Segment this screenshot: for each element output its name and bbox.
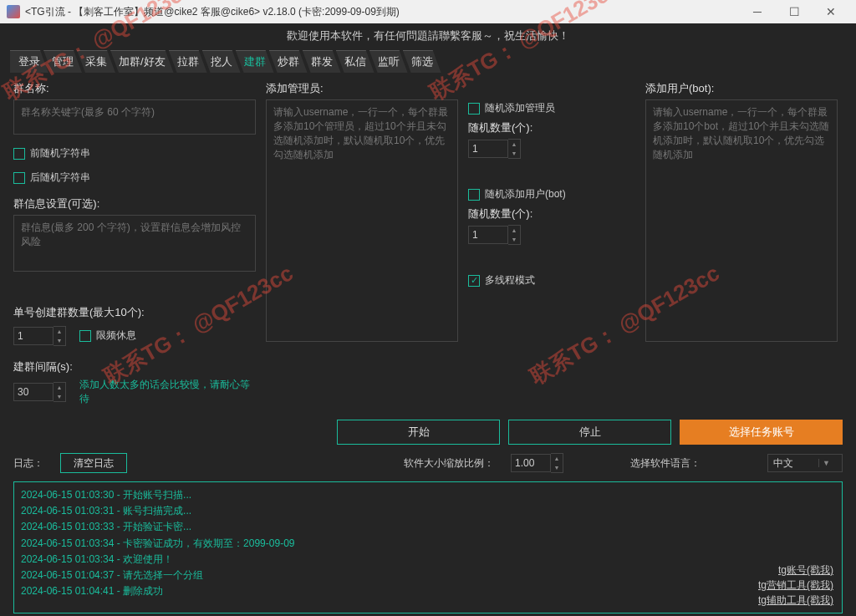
tab-2[interactable]: 采集 (77, 50, 115, 73)
rand-count-input-2[interactable] (468, 226, 508, 244)
group-name-input[interactable] (13, 99, 256, 135)
tab-0[interactable]: 登录 (10, 50, 48, 73)
bot-label: 添加用户(bot): (645, 81, 838, 96)
log-line: 2024-06-15 01:03:31 - 账号扫描完成... (21, 503, 835, 519)
log-line: 2024-06-15 01:03:34 - 欢迎使用！ (21, 552, 835, 568)
log-line: 2024-06-15 01:03:30 - 开始账号扫描... (21, 487, 835, 503)
log-line: 2024-06-15 01:04:41 - 删除成功 (21, 583, 835, 599)
tab-5[interactable]: 挖人 (202, 50, 241, 73)
lang-value[interactable] (768, 457, 818, 469)
log-link[interactable]: tg辅助工具(戳我) (758, 593, 833, 608)
stop-button[interactable]: 停止 (508, 420, 671, 445)
up-arrow-icon[interactable]: ▲ (54, 327, 65, 336)
log-box: 2024-06-15 01:03:30 - 开始账号扫描...2024-06-1… (13, 481, 843, 613)
checkbox-suffix-random[interactable]: 后随机字符串 (13, 171, 256, 185)
tab-1[interactable]: 管理 (43, 50, 82, 73)
up-arrow-icon[interactable]: ▲ (508, 140, 520, 149)
welcome-text: 歡迎使用本软件，有任何問題請聯繫客服～，祝生活愉快！ (0, 23, 856, 47)
group-name-label: 群名称: (13, 81, 256, 96)
rand-count-input-1[interactable] (468, 140, 508, 158)
rand-count-spinner-2[interactable]: ▲▼ (468, 225, 635, 245)
down-arrow-icon[interactable]: ▼ (508, 235, 520, 244)
down-arrow-icon[interactable]: ▼ (54, 392, 65, 401)
checkbox-random-admin[interactable]: 随机添加管理员 (468, 101, 635, 115)
clear-log-button[interactable]: 清空日志 (60, 453, 127, 473)
lang-label: 选择软件语言： (630, 456, 701, 471)
interval-input[interactable] (13, 383, 54, 401)
bot-input[interactable] (645, 99, 838, 342)
single-count-spinner[interactable]: ▲▼ (13, 326, 66, 346)
up-arrow-icon[interactable]: ▲ (508, 226, 520, 235)
tab-9[interactable]: 私信 (336, 50, 374, 73)
select-account-button[interactable]: 选择任务账号 (680, 420, 843, 445)
titlebar: <TG引流 - 【刺客工作室】频道@cike2 客服@cike6> v2.18.… (0, 0, 856, 23)
group-info-label: 群信息设置(可选): (13, 196, 256, 211)
down-arrow-icon[interactable]: ▼ (551, 463, 563, 472)
interval-hint: 添加人数太多的话会比较慢，请耐心等待 (79, 378, 256, 406)
tab-6[interactable]: 建群 (236, 50, 274, 73)
tab-11[interactable]: 筛选 (403, 50, 441, 73)
tab-bar: 登录管理采集加群/好友拉群挖人建群炒群群发私信监听筛选 (0, 47, 856, 73)
minimize-button[interactable]: ─ (739, 0, 776, 23)
checkbox-prefix-random[interactable]: 前随机字符串 (13, 146, 256, 160)
down-arrow-icon[interactable]: ▼ (508, 149, 520, 158)
checkbox-rate-limit-rest[interactable]: 限频休息 (79, 328, 136, 343)
start-button[interactable]: 开始 (337, 420, 500, 445)
log-line: 2024-06-15 01:03:33 - 开始验证卡密... (21, 519, 835, 535)
lang-select[interactable]: ▼ (767, 454, 843, 472)
group-info-input[interactable] (13, 215, 256, 272)
maximize-button[interactable]: ☐ (776, 0, 813, 23)
log-link[interactable]: tg账号(戳我) (758, 563, 833, 578)
up-arrow-icon[interactable]: ▲ (551, 454, 563, 463)
rand-count-label-2: 随机数量(个): (468, 206, 635, 221)
log-label: 日志： (13, 456, 43, 471)
log-line: 2024-06-15 01:03:34 - 卡密验证成功，有效期至：2099-0… (21, 536, 835, 552)
admin-input[interactable] (266, 99, 458, 342)
rand-count-spinner-1[interactable]: ▲▼ (468, 139, 635, 159)
checkbox-random-bot[interactable]: 随机添加用户(bot) (468, 187, 635, 201)
zoom-label: 软件大小缩放比例： (404, 456, 494, 471)
zoom-input[interactable] (511, 454, 551, 472)
close-button[interactable]: ✕ (813, 0, 849, 23)
interval-spinner[interactable]: ▲▼ (13, 382, 66, 402)
tab-4[interactable]: 拉群 (169, 50, 207, 73)
chevron-down-icon[interactable]: ▼ (818, 459, 833, 467)
up-arrow-icon[interactable]: ▲ (54, 383, 65, 392)
log-link[interactable]: tg营销工具(戳我) (758, 578, 833, 593)
window-title: <TG引流 - 【刺客工作室】频道@cike2 客服@cike6> v2.18.… (25, 5, 739, 19)
interval-label: 建群间隔(s): (13, 359, 256, 374)
tab-3[interactable]: 加群/好友 (110, 50, 174, 73)
tab-7[interactable]: 炒群 (269, 50, 308, 73)
admin-label: 添加管理员: (266, 81, 458, 96)
checkbox-multithread[interactable]: 多线程模式 (468, 273, 635, 288)
single-count-input[interactable] (13, 327, 54, 345)
zoom-spinner[interactable]: ▲▼ (511, 453, 563, 473)
app-icon (7, 5, 20, 18)
single-count-label: 单号创建群数量(最大10个): (13, 305, 256, 320)
tab-10[interactable]: 监听 (369, 50, 408, 73)
down-arrow-icon[interactable]: ▼ (54, 336, 65, 345)
tab-8[interactable]: 群发 (303, 50, 341, 73)
rand-count-label-1: 随机数量(个): (468, 120, 635, 135)
log-line: 2024-06-15 01:04:37 - 请先选择一个分组 (21, 568, 835, 583)
